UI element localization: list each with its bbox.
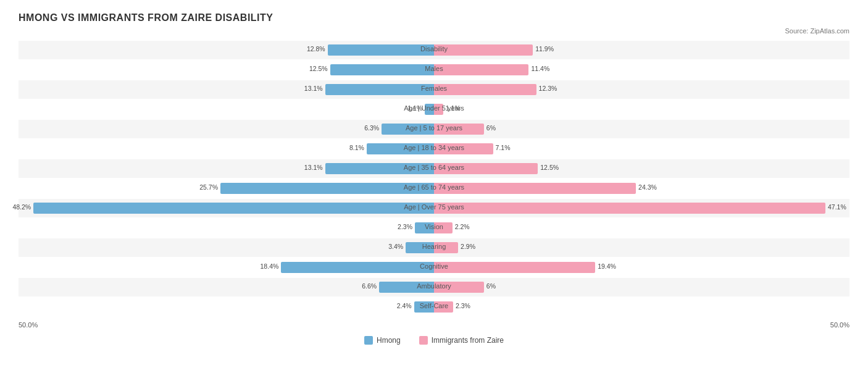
value-left: 12.8% (307, 45, 325, 52)
value-right: 12.5% (540, 164, 559, 171)
value-right: 6% (486, 282, 496, 290)
axis-right: 50.0% (830, 321, 849, 329)
value-right: 11.4% (531, 65, 549, 72)
bar-pink (434, 262, 595, 273)
bar-row: 3.4%2.9%Hearing (19, 238, 849, 257)
bar-row: 48.2%47.1%Age | Over 75 years (19, 199, 849, 217)
value-left: 25.7% (199, 183, 218, 191)
bar-label: Disability (420, 45, 448, 52)
bar-label: Females (421, 85, 447, 92)
bar-label: Age | 35 to 64 years (404, 164, 464, 171)
value-right: 2.9% (461, 243, 475, 250)
bar-row: 8.1%7.1%Age | 18 to 34 years (19, 140, 849, 158)
bar-pink (434, 44, 533, 56)
bar-label: Age | 5 to 17 years (406, 124, 462, 132)
value-left: 12.5% (309, 65, 328, 72)
value-left: 3.4% (388, 243, 403, 250)
value-left: 48.2% (12, 203, 31, 211)
value-left: 6.3% (364, 124, 379, 132)
bar-pink (434, 84, 536, 95)
bar-blue (330, 64, 434, 75)
bar-blue (328, 44, 434, 56)
value-right: 6% (486, 124, 496, 132)
value-right: 7.1% (496, 144, 511, 151)
value-right: 2.2% (455, 223, 470, 230)
chart-title: HMONG VS IMMIGRANTS FROM ZAIRE DISABILIT… (19, 12, 849, 23)
value-left: 2.3% (398, 223, 412, 230)
value-left: 13.1% (304, 164, 323, 171)
bar-label: Age | Under 5 years (404, 104, 464, 112)
bar-label: Age | 65 to 74 years (404, 183, 464, 191)
bar-blue (33, 203, 434, 214)
bar-label: Cognitive (420, 262, 448, 270)
bar-row: 1.1%1.1%Age | Under 5 years (19, 100, 849, 119)
bar-label: Ambulatory (417, 282, 451, 290)
bar-row: 13.1%12.5%Age | 35 to 64 years (19, 159, 849, 178)
bar-blue (325, 84, 434, 95)
legend-label: Immigrants from Zaire (432, 336, 504, 345)
chart-area: 12.8%11.9%Disability12.5%11.4%Males13.1%… (19, 41, 849, 316)
value-right: 19.4% (598, 262, 616, 270)
value-right: 2.3% (456, 302, 470, 309)
source-text: Source: ZipAtlas.com (19, 27, 849, 35)
bar-label: Age | Over 75 years (404, 203, 464, 211)
axis-row: 50.0% 50.0% (19, 319, 849, 331)
bar-pink (434, 64, 528, 75)
bar-row: 12.5%11.4%Males (19, 61, 849, 79)
legend: HmongImmigrants from Zaire (19, 336, 849, 345)
value-left: 13.1% (304, 85, 323, 92)
bar-label: Age | 18 to 34 years (404, 144, 464, 151)
bar-label: Vision (425, 223, 443, 230)
value-left: 6.6% (362, 282, 377, 290)
bar-row: 12.8%11.9%Disability (19, 41, 849, 59)
bar-pink (434, 203, 825, 214)
value-right: 24.3% (638, 183, 657, 191)
bar-row: 18.4%19.4%Cognitive (19, 258, 849, 277)
legend-label: Hmong (377, 336, 401, 345)
legend-color-box (364, 336, 373, 345)
bar-row: 2.4%2.3%Self-Care (19, 298, 849, 316)
bar-row: 2.3%2.2%Vision (19, 219, 849, 237)
bar-blue (220, 183, 434, 194)
bar-row: 25.7%24.3%Age | 65 to 74 years (19, 179, 849, 198)
bar-row: 6.6%6%Ambulatory (19, 278, 849, 296)
value-left: 8.1% (349, 144, 364, 151)
bar-row: 6.3%6%Age | 5 to 17 years (19, 120, 849, 138)
value-right: 47.1% (828, 203, 846, 211)
bar-row: 13.1%12.3%Females (19, 80, 849, 99)
legend-color-box (419, 336, 428, 345)
value-left: 18.4% (261, 262, 279, 270)
legend-item: Hmong (364, 336, 401, 345)
bar-blue (281, 262, 434, 273)
value-left: 2.4% (397, 302, 412, 309)
bar-label: Males (425, 65, 443, 72)
bar-label: Self-Care (420, 302, 448, 309)
legend-item: Immigrants from Zaire (419, 336, 504, 345)
value-right: 11.9% (535, 45, 554, 52)
value-right: 12.3% (539, 85, 557, 92)
axis-left: 50.0% (19, 321, 38, 329)
bar-label: Hearing (422, 243, 446, 250)
